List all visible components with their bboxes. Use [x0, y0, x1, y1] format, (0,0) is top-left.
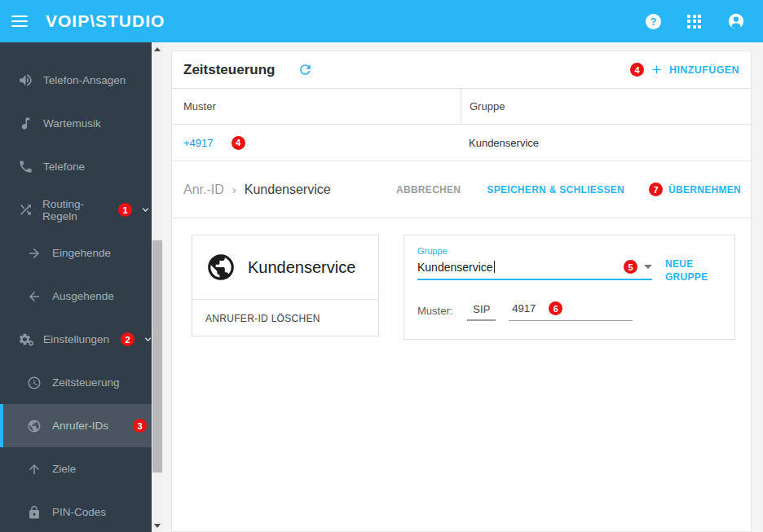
arrow-left-icon	[27, 289, 43, 304]
sidebar-item-eingehende[interactable]: Eingehende	[0, 231, 152, 275]
page-title: Zeitsteuerung	[183, 62, 275, 78]
table-row[interactable]: +4917 4 Kundenservice	[172, 125, 751, 161]
detail-actions: ABBRECHEN SPEICHERN & SCHLIESSEN 7 ÜBERN…	[396, 182, 741, 196]
group-input[interactable]: Kundenservice 5	[417, 260, 652, 280]
sidebar-item-zeitsteuerung[interactable]: Zeitsteuerung	[0, 361, 152, 404]
breadcrumb-current: Kundenservice	[245, 182, 331, 197]
table-header: Muster Gruppe	[172, 89, 751, 125]
apply-button[interactable]: ÜBERNEHMEN	[668, 184, 741, 196]
gear-icon	[18, 332, 34, 347]
sidebar-item-label: PIN-Codes	[52, 506, 106, 518]
speaker-icon	[18, 73, 34, 88]
detail-body: Kundenservice ANRUFER-ID LÖSCHEN Gruppe …	[172, 218, 751, 531]
column-header-gruppe: Gruppe	[461, 89, 751, 124]
step-badge-4-row: 4	[232, 136, 245, 150]
group-row: Gruppe Kundenservice 5 NEUE GRUPPE	[417, 246, 721, 284]
pattern-link[interactable]: +4917	[183, 137, 214, 149]
add-button-label: HINZUFÜGEN	[669, 64, 739, 76]
delete-caller-id-button[interactable]: ANRUFER-ID LÖSCHEN	[205, 313, 320, 324]
caller-id-name: Kundenservice	[248, 258, 355, 277]
sidebar-item-label: Ausgehende	[52, 290, 114, 302]
edit-form-card: Gruppe Kundenservice 5 NEUE GRUPPE	[404, 235, 735, 340]
sidebar-item-telefone[interactable]: Telefone	[0, 145, 152, 188]
step-badge-5: 5	[624, 260, 637, 274]
sidebar-item-label: Telefon-Ansagen	[43, 74, 126, 86]
sidebar-item-einstellungen[interactable]: Einstellungen 2	[0, 318, 152, 361]
globe-icon	[205, 252, 236, 283]
sidebar-item-ziele[interactable]: Ziele	[0, 447, 152, 490]
group-field[interactable]: Gruppe Kundenservice 5	[417, 246, 652, 284]
cell-gruppe: Kundenservice	[461, 137, 751, 149]
app-window: VOIP\STUDIO ? Telefon-Ansagen Wartemusik…	[0, 0, 763, 532]
add-button[interactable]: 4 HINZUFÜGEN	[630, 63, 739, 77]
globe-icon	[27, 419, 43, 433]
sidebar-item-label: Einstellungen	[43, 333, 109, 345]
step-badge-4: 4	[630, 63, 644, 77]
sidebar-item-label: Wartemusik	[43, 117, 101, 130]
step-badge-1: 1	[118, 203, 132, 217]
sidebar-item-ausgehende[interactable]: Ausgehende	[0, 275, 152, 318]
scroll-down-icon[interactable]	[152, 519, 163, 532]
chevron-down-icon	[139, 204, 152, 216]
sidebar-item-pin-codes[interactable]: PIN-Codes	[0, 490, 152, 532]
column-header-muster: Muster	[172, 89, 461, 124]
menu-icon[interactable]	[11, 12, 28, 30]
content-panel: Zeitsteuerung 4 HINZUFÜGEN Muster Gruppe…	[171, 51, 752, 532]
text-cursor	[494, 261, 496, 273]
phone-icon	[18, 159, 34, 174]
page-header: Zeitsteuerung 4 HINZUFÜGEN	[172, 51, 751, 89]
shuffle-icon	[18, 202, 33, 218]
refresh-icon[interactable]	[298, 62, 313, 77]
pattern-input[interactable]: 4917 6	[509, 301, 633, 321]
sidebar-item-label: Anrufer-IDs	[52, 420, 108, 432]
caller-id-card-footer: ANRUFER-ID LÖSCHEN	[192, 300, 378, 336]
sidebar-item-telefon-ansagen[interactable]: Telefon-Ansagen	[0, 59, 152, 102]
step-badge-6: 6	[549, 301, 562, 315]
sidebar-item-anrufer-ids[interactable]: Anrufer-IDs 3	[0, 404, 152, 447]
breadcrumb-parent[interactable]: Anr.-ID	[183, 182, 224, 197]
arrow-right-icon	[27, 246, 43, 261]
caller-id-card: Kundenservice ANRUFER-ID LÖSCHEN	[192, 235, 379, 336]
sidebar-item-label: Telefone	[43, 160, 85, 173]
sidebar-item-label: Ziele	[52, 463, 76, 475]
arrow-up-icon	[27, 462, 43, 477]
group-field-label: Gruppe	[417, 246, 652, 256]
sidebar-item-routing-regeln[interactable]: Routing-Regeln 1	[0, 188, 152, 231]
sidebar-item-label: Eingehende	[52, 247, 111, 259]
pattern-row: Muster: SIP 4917 6	[417, 301, 721, 321]
caller-id-card-header: Kundenservice	[192, 235, 378, 300]
sidebar-scrollbar[interactable]	[152, 42, 163, 532]
scroll-up-icon[interactable]	[152, 42, 163, 55]
detail-header: Anr.-ID › Kundenservice ABBRECHEN SPEICH…	[172, 161, 751, 218]
plus-icon	[650, 63, 664, 77]
cell-muster: +4917 4	[172, 136, 461, 150]
sidebar-item-wartemusik[interactable]: Wartemusik	[0, 102, 152, 145]
topbar-icons: ?	[646, 12, 745, 30]
pattern-label: Muster:	[417, 305, 452, 321]
dropdown-arrow-icon[interactable]	[644, 265, 652, 269]
lock-icon	[27, 505, 43, 520]
app-logo: VOIP\STUDIO	[46, 11, 165, 31]
step-badge-7: 7	[649, 182, 663, 196]
save-close-button[interactable]: SPEICHERN & SCHLIESSEN	[487, 184, 624, 196]
step-badge-3: 3	[133, 419, 147, 433]
clock-icon	[27, 376, 43, 390]
apps-grid-icon[interactable]	[687, 15, 701, 29]
account-icon[interactable]	[727, 12, 745, 30]
group-input-value: Kundenservice	[417, 261, 495, 274]
top-app-bar: VOIP\STUDIO ?	[0, 0, 763, 42]
sidebar-nav: Telefon-Ansagen Wartemusik Telefone Rout…	[0, 42, 152, 532]
scrollbar-thumb[interactable]	[152, 240, 162, 473]
pattern-prefix-select[interactable]: SIP	[467, 303, 496, 321]
pattern-input-value: 4917	[512, 302, 536, 314]
step-badge-2: 2	[121, 332, 135, 346]
music-note-icon	[18, 116, 34, 131]
help-icon[interactable]: ?	[646, 14, 661, 29]
sidebar-item-label: Zeitsteuerung	[52, 376, 120, 389]
breadcrumb-separator-icon: ›	[232, 182, 236, 196]
new-group-button[interactable]: NEUE GRUPPE	[665, 246, 721, 284]
group-input-right: 5	[624, 260, 652, 274]
cancel-button[interactable]: ABBRECHEN	[396, 184, 461, 196]
main-content: Zeitsteuerung 4 HINZUFÜGEN Muster Gruppe…	[163, 42, 763, 532]
sidebar-item-label: Routing-Regeln	[42, 198, 107, 222]
